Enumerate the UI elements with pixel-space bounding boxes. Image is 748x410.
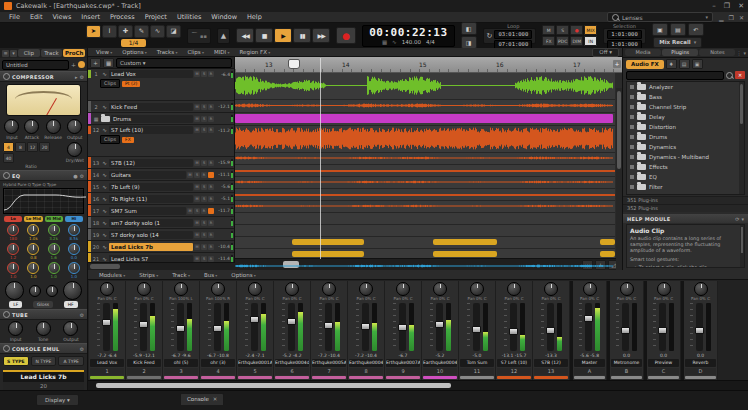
dock-icon[interactable]: ⋮	[736, 50, 741, 56]
fader-handle[interactable]	[509, 328, 518, 335]
clear-search-button[interactable]: ✕	[735, 71, 745, 79]
solo-button[interactable]: S	[201, 244, 207, 250]
plugin-folder-row[interactable]: Analyzer	[627, 82, 744, 92]
strip-name[interactable]: S7B (12)	[534, 359, 568, 367]
volume-fader[interactable]	[214, 303, 221, 351]
fader-handle[interactable]	[658, 327, 667, 334]
volume-fader[interactable]	[140, 303, 147, 351]
fader-handle[interactable]	[139, 321, 148, 328]
ratio-button[interactable]: 12	[27, 142, 38, 152]
gear-icon[interactable]: ⚙	[80, 346, 84, 352]
track-row[interactable]: 12 ∿ S7 Left (10) M S R -11.2 Clips FX	[88, 125, 234, 157]
track-row[interactable]: ▦ ∿ Drums M S R	[88, 113, 234, 125]
fader-handle[interactable]	[621, 327, 630, 334]
mute-button[interactable]: M	[194, 104, 200, 110]
pan-knob[interactable]	[359, 282, 373, 296]
track-row[interactable]: 21 ∿ Lead Licks S7 M S R -11.4	[88, 253, 234, 262]
preset-dropdown[interactable]: Untitled	[2, 60, 69, 70]
mix-module-button[interactable]: MIX	[584, 25, 597, 35]
pan-knob[interactable]	[657, 282, 671, 296]
search-icon[interactable]	[726, 72, 733, 79]
solo-button[interactable]: S	[194, 172, 200, 178]
fader-handle[interactable]	[435, 321, 444, 328]
pan-knob[interactable]	[248, 282, 262, 296]
volume-fader[interactable]	[362, 303, 369, 351]
arm-button[interactable]: R	[201, 208, 207, 214]
mix-module-button[interactable]: M	[542, 25, 555, 35]
mix-module-button[interactable]: ●	[570, 25, 583, 35]
menu-midi[interactable]: MIDI	[209, 49, 235, 55]
display-dropdown[interactable]: Display ▾	[36, 394, 79, 406]
arm-button[interactable]: R	[208, 104, 214, 110]
tab-media[interactable]: Media	[625, 49, 661, 56]
markers-module[interactable]: ▲	[217, 28, 230, 44]
menu-item[interactable]: Insert	[76, 13, 105, 21]
clip-lane[interactable]	[235, 213, 615, 225]
solo-button[interactable]: S	[201, 71, 207, 77]
mute-button[interactable]: M	[194, 71, 200, 77]
menu-track[interactable]: Track	[165, 272, 197, 278]
help-scrollbar[interactable]	[740, 225, 744, 267]
time-ruler[interactable]: 1314151617 +	[235, 57, 622, 73]
solo-button[interactable]: S	[201, 127, 207, 133]
transport-button[interactable]: ■	[255, 28, 273, 43]
strip-name[interactable]: Lead Vox	[90, 359, 124, 367]
strip-name[interactable]: Erthquke0007Ad7	[386, 359, 420, 367]
hf-gloss-knob[interactable]	[63, 281, 82, 300]
clip-lane[interactable]	[235, 73, 615, 100]
volume-fader[interactable]	[473, 303, 480, 351]
eq-band-button[interactable]: Lo	[4, 216, 22, 222]
clip-lane[interactable]	[235, 261, 615, 270]
eq-knob[interactable]	[68, 262, 80, 274]
track-row[interactable]: 13 ∿ S7B (12) M S R -15.9	[88, 157, 234, 169]
expand-icon[interactable]: ▸	[75, 74, 78, 80]
strip-name[interactable]: Tom Sum	[460, 359, 494, 367]
mute-button[interactable]: M	[194, 116, 200, 122]
mute-button[interactable]: M	[194, 220, 200, 226]
strip-name[interactable]: Earthquke0004Ad7	[423, 359, 457, 367]
volume-fader[interactable]	[177, 303, 184, 351]
track-row[interactable]: 19 ∿ S7 dorky solo (14 M S R	[88, 229, 234, 241]
gear-icon[interactable]: ⚙	[80, 173, 84, 179]
volume-fader[interactable]	[251, 303, 258, 351]
compressor-knob[interactable]	[46, 119, 61, 134]
clip-lane[interactable]	[235, 100, 615, 113]
eq-knob[interactable]	[7, 224, 19, 236]
track-row[interactable]: 2 ∿ Kick Feed M S R -12.1	[88, 101, 234, 113]
compressor-knob[interactable]	[67, 119, 82, 134]
mute-button[interactable]: M	[194, 160, 200, 166]
add-track-button[interactable]: +	[90, 58, 101, 68]
strip-name[interactable]: Preview	[648, 359, 679, 367]
arm-button[interactable]: R	[201, 172, 207, 178]
eq-knob[interactable]	[48, 224, 60, 236]
menu-item[interactable]: Edit	[25, 13, 48, 21]
audio-clip-waveform[interactable]	[235, 153, 613, 163]
fader-handle[interactable]	[584, 315, 593, 322]
pan-knob[interactable]	[544, 282, 558, 296]
solo-button[interactable]: S	[194, 208, 200, 214]
tube-knob[interactable]	[8, 321, 23, 336]
transport-button[interactable]: ▶▶	[312, 28, 330, 43]
console-type-button[interactable]: A TYPE	[58, 356, 84, 366]
fader-handle[interactable]	[361, 323, 370, 330]
track-name[interactable]: Lead Licks S7	[109, 255, 193, 263]
pan-knob[interactable]	[470, 282, 484, 296]
audio-clip[interactable]	[433, 251, 498, 257]
plugin-folder-row[interactable]: Bass	[627, 92, 744, 102]
solo-button[interactable]: S	[201, 116, 207, 122]
menu-options[interactable]: Options	[224, 272, 263, 278]
tab-clip[interactable]: Clip	[18, 49, 40, 57]
instruments-icon[interactable]: ♦	[666, 59, 677, 69]
power-icon[interactable]	[3, 172, 10, 179]
solo-button[interactable]: S	[201, 160, 207, 166]
plugin-folder-row[interactable]: Filter	[627, 182, 744, 192]
fader-handle[interactable]	[176, 325, 185, 332]
now-time-marker[interactable]	[288, 59, 300, 69]
eq-knob[interactable]	[68, 224, 80, 236]
track-row[interactable]: 1 ∿ Lead Vox M S R -6.4 Clips Pt (2)	[88, 69, 234, 101]
chevron-down-icon[interactable]: ▾	[741, 216, 744, 222]
strip-name[interactable]: ohl (5)	[164, 359, 198, 367]
arm-button[interactable]: R	[208, 220, 214, 226]
strip-name[interactable]: Erthquke0004d1b	[275, 359, 309, 367]
eq-knob[interactable]	[68, 243, 80, 255]
